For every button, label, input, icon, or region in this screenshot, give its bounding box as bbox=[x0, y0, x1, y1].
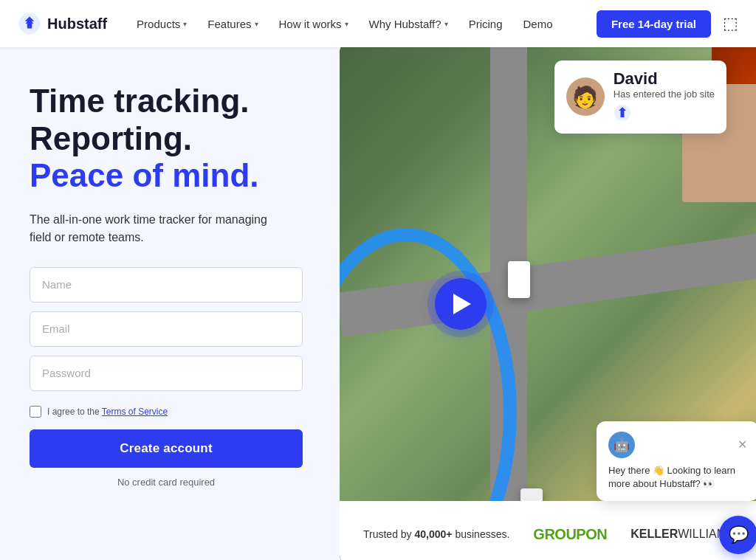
hero-subtitle: The all-in-one work time tracker for man… bbox=[30, 211, 286, 246]
tos-row: I agree to the Terms of Service bbox=[30, 406, 286, 418]
groupon-logo: GROUPON bbox=[533, 526, 607, 543]
chat-bubble: 🤖 ✕ Hey there 👋 Looking to learn more ab… bbox=[597, 421, 756, 501]
password-field-group bbox=[30, 356, 286, 391]
chat-close-icon[interactable]: ✕ bbox=[738, 438, 747, 452]
logo[interactable]: Hubstaff bbox=[18, 12, 107, 35]
avatar: 🧑 bbox=[566, 77, 605, 116]
chat-avatar: 🤖 bbox=[608, 432, 635, 458]
chat-message: Hey there 👋 Looking to learn more about … bbox=[608, 464, 747, 491]
email-input[interactable] bbox=[30, 311, 303, 347]
play-icon bbox=[453, 294, 471, 314]
email-field-group bbox=[30, 311, 286, 347]
create-account-button[interactable]: Create account bbox=[30, 429, 303, 468]
name-field-group bbox=[30, 267, 286, 303]
navbar: Hubstaff Products ▾ Features ▾ How it wo… bbox=[0, 0, 756, 47]
hero-title: Time tracking. Reporting. Peace of mind. bbox=[30, 83, 286, 195]
chat-header: 🤖 ✕ bbox=[608, 432, 747, 458]
chevron-down-icon: ▾ bbox=[255, 20, 258, 28]
david-status: Has entered the job site bbox=[614, 89, 715, 101]
nav-features[interactable]: Features ▾ bbox=[199, 12, 267, 36]
tos-checkbox[interactable] bbox=[30, 406, 41, 418]
trusted-text: Trusted by 40,000+ businesses. bbox=[363, 528, 509, 540]
david-info: David Has entered the job site bbox=[614, 69, 715, 125]
nav-demo[interactable]: Demo bbox=[515, 12, 562, 36]
free-trial-button[interactable]: Free 14-day trial bbox=[597, 10, 711, 38]
nav-how-it-works[interactable]: How it works ▾ bbox=[270, 12, 357, 36]
trusted-bar: Trusted by 40,000+ businesses. GROUPON K… bbox=[340, 501, 756, 560]
tos-link[interactable]: Terms of Service bbox=[102, 407, 168, 417]
login-icon[interactable]: ⬚ bbox=[723, 14, 738, 33]
david-name: David bbox=[614, 69, 715, 89]
main-content: Time tracking. Reporting. Peace of mind.… bbox=[0, 47, 756, 560]
password-input[interactable] bbox=[30, 356, 303, 391]
right-panel: 🧑 David Has entered the job site Trusted… bbox=[310, 47, 756, 560]
david-notification-card: 🧑 David Has entered the job site bbox=[554, 61, 726, 134]
vehicle-1 bbox=[508, 261, 530, 298]
hubstaff-logo-icon bbox=[18, 12, 41, 35]
no-credit-card-notice: No credit card required bbox=[30, 477, 303, 488]
left-panel: Time tracking. Reporting. Peace of mind.… bbox=[0, 47, 310, 560]
play-button[interactable] bbox=[435, 278, 487, 330]
chat-float-button[interactable]: 💬 bbox=[719, 516, 756, 554]
name-input[interactable] bbox=[30, 267, 303, 303]
nav-links: Products ▾ Features ▾ How it works ▾ Why… bbox=[128, 10, 738, 38]
chevron-down-icon: ▾ bbox=[444, 20, 448, 28]
nav-products[interactable]: Products ▾ bbox=[128, 12, 196, 36]
nav-pricing[interactable]: Pricing bbox=[460, 12, 512, 36]
hubstaff-small-icon bbox=[614, 104, 631, 122]
tos-label: I agree to the Terms of Service bbox=[47, 407, 168, 417]
brand-name: Hubstaff bbox=[47, 15, 107, 32]
chevron-down-icon: ▾ bbox=[345, 20, 348, 28]
nav-why-hubstaff[interactable]: Why Hubstaff? ▾ bbox=[360, 12, 457, 36]
hero-video[interactable]: 🧑 David Has entered the job site Trusted… bbox=[340, 47, 756, 560]
chevron-down-icon: ▾ bbox=[183, 20, 187, 28]
